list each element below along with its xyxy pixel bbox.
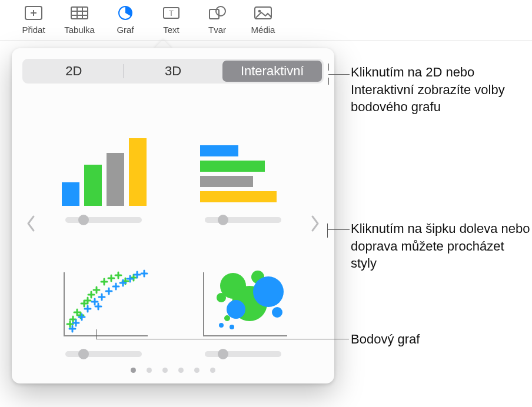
toolbar-label: Graf <box>117 25 134 35</box>
svg-point-14 <box>258 10 261 13</box>
toolbar-table[interactable]: Tabulka <box>64 4 95 35</box>
thumb-scatter <box>54 266 154 343</box>
toolbar-label: Média <box>251 25 275 35</box>
toolbar: Přidat Tabulka Graf T Text <box>0 0 532 41</box>
svg-rect-22 <box>200 191 277 202</box>
chart-option-bar[interactable] <box>188 101 298 223</box>
page-dot[interactable] <box>178 368 184 373</box>
svg-point-28 <box>227 300 245 319</box>
toolbar-text[interactable]: T Text <box>155 4 187 35</box>
toolbar-shape[interactable]: Tvar <box>201 4 233 35</box>
toolbar-label: Přidat <box>22 25 45 35</box>
svg-point-12 <box>216 6 225 16</box>
style-slider[interactable] <box>205 351 281 357</box>
toolbar-label: Tabulka <box>64 25 95 35</box>
svg-point-29 <box>253 276 284 307</box>
tab-2d[interactable]: 2D <box>24 61 124 82</box>
toolbar-chart[interactable]: Graf <box>109 4 141 35</box>
toolbar-add[interactable]: Přidat <box>18 4 49 35</box>
chart-option-column[interactable] <box>48 101 158 223</box>
style-slider[interactable] <box>65 217 142 223</box>
chevron-right-icon[interactable] <box>307 211 322 236</box>
svg-rect-21 <box>200 176 253 187</box>
page-dot[interactable] <box>194 368 200 373</box>
tab-interactive[interactable]: Interaktivní <box>222 61 322 82</box>
thumb-column <box>54 132 154 209</box>
style-slider[interactable] <box>65 351 142 357</box>
media-icon <box>252 4 274 22</box>
shape-icon <box>207 4 228 22</box>
page-dots <box>22 363 324 375</box>
page-dot[interactable] <box>147 368 152 373</box>
callout-scatter: Bodový graf <box>351 331 420 348</box>
segmented-control: 2D 3D Interaktivní <box>22 59 324 84</box>
svg-point-30 <box>272 307 282 318</box>
pie-chart-icon <box>115 4 136 22</box>
tab-label: 2D <box>65 64 82 79</box>
svg-rect-3 <box>71 7 88 19</box>
thumb-bar <box>193 132 293 209</box>
svg-rect-19 <box>200 145 238 156</box>
tab-label: Interaktivní <box>241 64 304 79</box>
svg-point-32 <box>230 325 234 329</box>
toolbar-label: Tvar <box>208 25 226 35</box>
svg-rect-16 <box>84 165 102 206</box>
chevron-left-icon[interactable] <box>24 211 39 236</box>
tab-label: 3D <box>165 64 181 79</box>
svg-point-27 <box>224 315 230 321</box>
page-dot[interactable] <box>162 368 168 373</box>
plus-slide-icon <box>23 4 44 22</box>
text-box-icon: T <box>161 4 182 22</box>
thumb-bubble <box>193 266 293 343</box>
svg-rect-20 <box>200 161 265 172</box>
svg-point-31 <box>219 323 224 328</box>
svg-rect-15 <box>62 182 79 206</box>
callout-tabs: Kliknutím na 2D nebo Interaktivní zobraz… <box>351 64 527 116</box>
svg-text:T: T <box>169 9 174 18</box>
toolbar-media[interactable]: Média <box>247 4 279 35</box>
table-icon <box>69 4 90 22</box>
chart-grid <box>22 84 324 363</box>
chart-popover: 2D 3D Interaktivní <box>12 48 334 383</box>
style-slider[interactable] <box>205 217 281 223</box>
page-dot[interactable] <box>210 368 215 373</box>
tab-3d[interactable]: 3D <box>124 61 223 82</box>
page-dot[interactable] <box>131 368 136 373</box>
svg-rect-17 <box>107 153 124 206</box>
toolbar-label: Text <box>163 25 179 35</box>
callout-arrows: Kliknutím na šipku doleva nebo doprava m… <box>351 220 532 272</box>
svg-rect-18 <box>129 138 147 206</box>
